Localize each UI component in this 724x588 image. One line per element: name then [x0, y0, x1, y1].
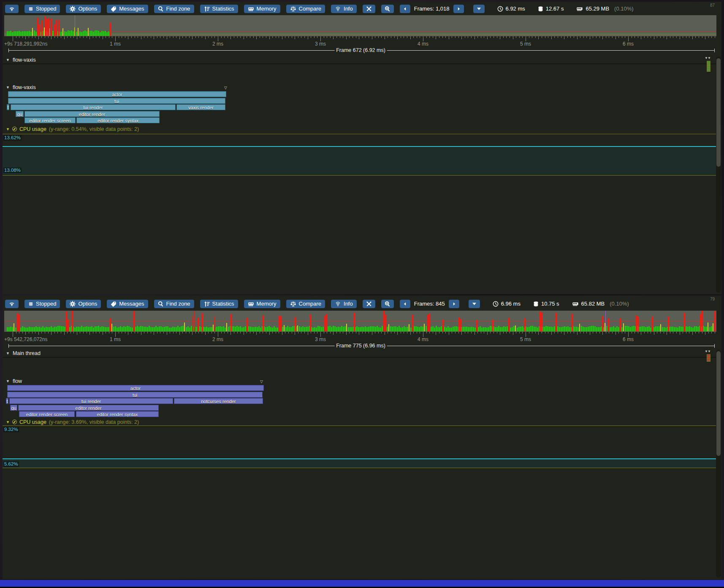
- plot-icon: [12, 420, 17, 424]
- plot-top-line: [3, 134, 716, 134]
- zone-gu[interactable]: gu: [10, 405, 17, 411]
- scrollbar: [716, 57, 721, 293]
- zone-t[interactable]: t: [6, 398, 8, 404]
- plot-min-label: 5.62%: [3, 461, 19, 467]
- zone-editor-render[interactable]: editor render: [18, 405, 159, 411]
- plot-max-label: 9.32%: [3, 427, 19, 432]
- collapse-arrow-icon: ▼: [6, 420, 10, 424]
- plot-bottom-line: [3, 175, 716, 176]
- zone-tui-render[interactable]: tui render: [11, 104, 176, 110]
- zone-editor-render-screen[interactable]: editor render screen: [24, 117, 76, 123]
- zone-editor-render-screen[interactable]: editor render screen: [19, 411, 75, 417]
- scrollbar: [716, 350, 721, 577]
- plot-header[interactable]: ▼ CPU usage (y-range: 3.69%, visible dat…: [6, 419, 139, 425]
- zone-end-triangle-icon: ▽: [260, 379, 263, 384]
- plot-max-label: 13.62%: [3, 135, 22, 141]
- plot-line: [3, 458, 716, 459]
- plot-title: CPU usage: [19, 419, 46, 425]
- plot-range-info: (y-range: 3.69%, visible data points: 2): [49, 419, 139, 425]
- plot-fill: [3, 459, 716, 468]
- plot-fill: [3, 146, 716, 175]
- zone-editor-render-syntax[interactable]: editor render syntax: [76, 117, 160, 123]
- zone-end-triangle-icon: ▽: [224, 86, 227, 90]
- cpu-usage-plot[interactable]: 13.62% 13.08%: [3, 134, 716, 176]
- zone-actor[interactable]: actor: [8, 91, 226, 97]
- zone-vaxis-render[interactable]: vaxis render: [176, 104, 225, 110]
- profiler-window-bottom: 79 StoppedOptionsMessagesFind zoneStatis…: [3, 295, 721, 579]
- plot-top-line: [3, 425, 716, 426]
- scrollbar-thumb[interactable]: [716, 58, 721, 167]
- zone-tui[interactable]: tui: [7, 392, 263, 398]
- plot-bottom-line: [3, 468, 716, 468]
- desktop-taskbar: [0, 580, 724, 587]
- plot-min-label: 13.08%: [3, 168, 22, 173]
- zone-tui[interactable]: tui: [8, 98, 225, 104]
- plot-range-info: (y-range: 0.54%, visible data points: 2): [49, 126, 139, 132]
- plot-line: [3, 146, 716, 147]
- zone-gu[interactable]: gu: [16, 111, 24, 117]
- zone-editor-render[interactable]: editor render: [24, 111, 160, 117]
- collapse-arrow-icon: ▼: [6, 127, 10, 131]
- profiler-window-top: 87 StoppedOptionsMessagesFind zoneStatis…: [3, 2, 721, 294]
- zone-t[interactable]: t: [7, 104, 9, 110]
- plot-title: CPU usage: [19, 126, 46, 132]
- zone-actor[interactable]: actor: [7, 385, 264, 391]
- zone-notcurses-render[interactable]: notcurses render: [174, 398, 263, 404]
- scrollbar-thumb[interactable]: [716, 351, 721, 456]
- zone-editor-render-syntax[interactable]: editor render syntax: [76, 411, 159, 417]
- zone-tui-render[interactable]: tui render: [9, 398, 173, 404]
- plot-icon: [12, 127, 17, 131]
- cpu-usage-plot[interactable]: 9.32% 5.62%: [3, 425, 716, 468]
- plot-header[interactable]: ▼ CPU usage (y-range: 0.54%, visible dat…: [6, 126, 139, 132]
